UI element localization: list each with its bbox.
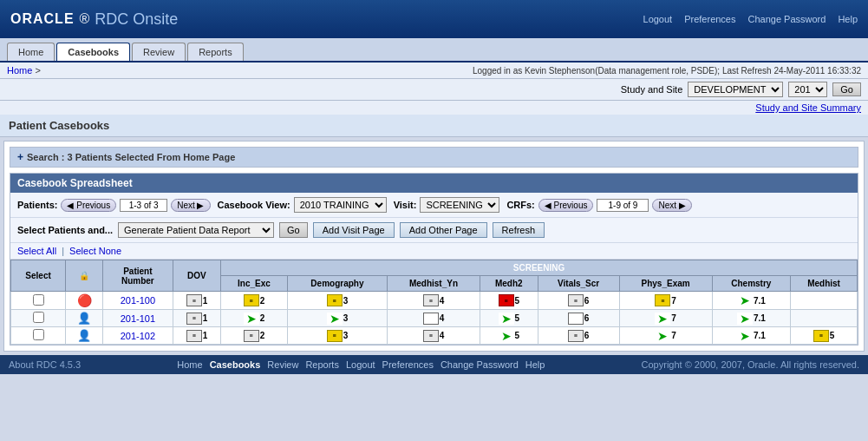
breadcrumb-home[interactable]: Home (7, 65, 32, 76)
row1-vitals-scr[interactable]: ≡ 6 (538, 292, 619, 310)
row3-vitals-scr-icon[interactable]: ≡ (568, 330, 584, 342)
select-none-link[interactable]: Select None (69, 246, 121, 256)
row2-medh2[interactable]: ➤ 5 (480, 310, 538, 327)
row2-checkbox-cell[interactable] (11, 310, 66, 327)
row2-medhist-yn[interactable]: 4 (388, 310, 480, 327)
row1-phys-exam-cell[interactable]: ≡ 7 (655, 294, 676, 306)
row2-chemstry[interactable]: ➤ 7.1 (712, 310, 791, 327)
action-dropdown[interactable]: Generate Patient Data Report (118, 222, 274, 238)
row2-dov[interactable]: ≡ 1 (173, 310, 220, 327)
help-link[interactable]: Help (838, 14, 858, 24)
row1-medhist-yn-cell[interactable]: ≡ 4 (423, 294, 445, 306)
study-go-button[interactable]: Go (832, 82, 861, 96)
row1-patient-num[interactable]: 201-100 (102, 292, 173, 310)
row3-demography-icon[interactable]: ≡ (327, 330, 343, 342)
row3-dov[interactable]: ≡ 1 (173, 327, 220, 345)
row3-chemstry-icon[interactable]: ➤ (737, 330, 753, 342)
study-site-summary-link[interactable]: Study and Site Summary (0, 101, 868, 115)
row1-checkbox[interactable] (33, 294, 44, 306)
row1-phys-exam-icon[interactable]: ≡ (655, 294, 670, 306)
row3-patient-num[interactable]: 201-102 (102, 327, 173, 345)
search-toggle-icon[interactable]: + (17, 151, 23, 163)
row2-dov-cell[interactable]: ≡ 1 (186, 313, 208, 325)
footer-help-link[interactable]: Help (525, 359, 545, 370)
row2-phys-exam-cell[interactable]: ➤ 7 (655, 313, 676, 325)
footer-home-link[interactable]: Home (177, 359, 202, 370)
row2-medhist-yn-cell[interactable]: 4 (423, 313, 445, 325)
preferences-link[interactable]: Preferences (684, 14, 735, 24)
add-other-page-button[interactable]: Add Other Page (400, 222, 487, 238)
row1-demography-cell[interactable]: ≡ 3 (327, 294, 349, 306)
row1-medh2[interactable]: ≡ 5 (480, 292, 538, 310)
search-header[interactable]: + Search : 3 Patients Selected From Home… (10, 148, 858, 167)
row1-demography[interactable]: ≡ 3 (287, 292, 387, 310)
row1-dov-icon[interactable]: ≡ (186, 294, 202, 306)
row2-patient-num[interactable]: 201-101 (102, 310, 173, 327)
crfs-range-input[interactable] (597, 199, 649, 212)
row1-dov-cell[interactable]: ≡ 1 (186, 294, 208, 306)
row3-checkbox-cell[interactable] (11, 327, 66, 345)
patients-prev-button[interactable]: ◀ Previous (61, 199, 116, 212)
row1-inc-exc-cell[interactable]: ≡ 2 (244, 294, 265, 306)
footer-review-link[interactable]: Review (267, 359, 298, 370)
change-password-link[interactable]: Change Password (747, 14, 826, 24)
row2-dov-icon[interactable]: ≡ (186, 313, 202, 325)
study-select[interactable]: DEVELOPMENT (688, 82, 783, 97)
row1-medhist-yn-icon[interactable]: ≡ (423, 294, 439, 306)
row1-medh2-cell[interactable]: ≡ 5 (499, 294, 520, 306)
row3-checkbox[interactable] (33, 329, 44, 340)
row1-checkbox-cell[interactable] (11, 292, 66, 310)
row1-phys-exam[interactable]: ≡ 7 (619, 292, 712, 310)
row3-medh2-icon[interactable]: ➤ (499, 330, 514, 342)
select-all-link[interactable]: Select All (17, 246, 56, 256)
row3-inc-exc-cell[interactable]: ≡ 2 (244, 330, 265, 342)
footer-change-password-link[interactable]: Change Password (441, 359, 519, 370)
row3-medhist-icon[interactable]: ≡ (813, 330, 829, 342)
site-select[interactable]: 201 (788, 82, 827, 97)
crfs-next-button[interactable]: Next ▶ (652, 199, 691, 212)
row2-medh2-cell[interactable]: ➤ 5 (499, 313, 520, 325)
row3-dov-cell[interactable]: ≡ 1 (186, 330, 208, 342)
visit-select[interactable]: SCREENING (420, 197, 499, 213)
row2-medh2-icon[interactable]: ➤ (499, 313, 514, 325)
row1-chemstry[interactable]: ➤ 7.1 (712, 292, 791, 310)
add-visit-page-button[interactable]: Add Visit Page (313, 222, 395, 238)
tab-review[interactable]: Review (132, 43, 186, 61)
row2-checkbox[interactable] (33, 312, 44, 323)
row1-vitals-scr-icon[interactable]: ≡ (568, 294, 584, 306)
row1-vitals-scr-cell[interactable]: ≡ 6 (568, 294, 590, 306)
row3-medhist-yn-icon[interactable]: ≡ (423, 330, 439, 342)
row1-inc-exc-icon[interactable]: ≡ (244, 294, 259, 306)
row3-chemstry-cell[interactable]: ➤ 7.1 (737, 330, 766, 342)
crfs-prev-button[interactable]: ◀ Previous (538, 199, 594, 212)
row1-chemstry-icon[interactable]: ➤ (737, 294, 753, 306)
row3-phys-exam-cell[interactable]: ➤ 7 (655, 330, 676, 342)
refresh-button[interactable]: Refresh (493, 222, 545, 238)
row1-medhist-yn[interactable]: ≡ 4 (388, 292, 480, 310)
row3-inc-exc-icon[interactable]: ≡ (244, 330, 259, 342)
row3-medhist-cell[interactable]: ≡ 5 (813, 330, 835, 342)
patients-next-button[interactable]: Next ▶ (171, 199, 210, 212)
row3-medhist-yn[interactable]: ≡ 4 (388, 327, 480, 345)
row2-chemstry-icon[interactable]: ➤ (737, 313, 753, 325)
row3-demography-cell[interactable]: ≡ 3 (327, 330, 349, 342)
row3-inc-exc[interactable]: ≡ 2 (221, 327, 288, 345)
footer-reports-link[interactable]: Reports (305, 359, 339, 370)
row2-demography-cell[interactable]: ➤ 3 (327, 313, 349, 325)
row2-medhist-yn-icon[interactable] (423, 313, 439, 325)
tab-reports[interactable]: Reports (187, 43, 244, 61)
row2-chemstry-cell[interactable]: ➤ 7.1 (737, 313, 766, 325)
row2-demography-icon[interactable]: ➤ (327, 313, 343, 325)
action-go-button[interactable]: Go (279, 222, 308, 238)
row2-inc-exc[interactable]: ➤ 2 (221, 310, 288, 327)
row1-demography-icon[interactable]: ≡ (327, 294, 343, 306)
row3-dov-icon[interactable]: ≡ (186, 330, 202, 342)
row3-medh2-cell[interactable]: ➤ 5 (499, 330, 520, 342)
row1-inc-exc[interactable]: ≡ 2 (221, 292, 288, 310)
row3-phys-exam[interactable]: ➤ 7 (619, 327, 712, 345)
row1-chemstry-cell[interactable]: ➤ 7.1 (737, 294, 766, 306)
logout-link[interactable]: Logout (643, 14, 673, 24)
row3-phys-exam-icon[interactable]: ➤ (655, 330, 670, 342)
row2-inc-exc-cell[interactable]: ➤ 2 (244, 313, 265, 325)
row2-phys-exam-icon[interactable]: ➤ (655, 313, 670, 325)
